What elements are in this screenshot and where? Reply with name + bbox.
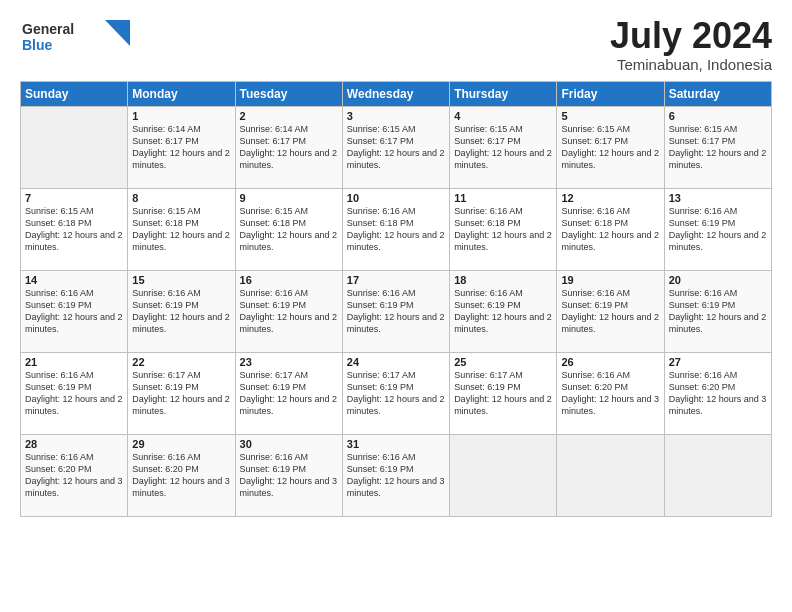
sunrise-text: Sunrise: 6:16 AM (132, 452, 201, 462)
daylight-text: Daylight: 12 hours and 2 minutes. (669, 312, 767, 334)
day-cell: 13 Sunrise: 6:16 AM Sunset: 6:19 PM Dayl… (664, 188, 771, 270)
cell-info: Sunrise: 6:16 AM Sunset: 6:19 PM Dayligh… (25, 287, 123, 336)
sunset-text: Sunset: 6:19 PM (240, 382, 307, 392)
cell-info: Sunrise: 6:16 AM Sunset: 6:19 PM Dayligh… (454, 287, 552, 336)
cell-info: Sunrise: 6:16 AM Sunset: 6:19 PM Dayligh… (240, 451, 338, 500)
daylight-text: Daylight: 12 hours and 2 minutes. (25, 230, 123, 252)
daylight-text: Daylight: 12 hours and 2 minutes. (132, 394, 230, 416)
day-number: 14 (25, 274, 123, 286)
daylight-text: Daylight: 12 hours and 2 minutes. (347, 148, 445, 170)
day-cell: 14 Sunrise: 6:16 AM Sunset: 6:19 PM Dayl… (21, 270, 128, 352)
daylight-text: Daylight: 12 hours and 2 minutes. (561, 230, 659, 252)
cell-info: Sunrise: 6:16 AM Sunset: 6:18 PM Dayligh… (561, 205, 659, 254)
day-cell: 28 Sunrise: 6:16 AM Sunset: 6:20 PM Dayl… (21, 434, 128, 516)
cell-info: Sunrise: 6:14 AM Sunset: 6:17 PM Dayligh… (132, 123, 230, 172)
sunset-text: Sunset: 6:19 PM (132, 300, 199, 310)
cell-info: Sunrise: 6:16 AM Sunset: 6:19 PM Dayligh… (669, 287, 767, 336)
day-number: 16 (240, 274, 338, 286)
sunrise-text: Sunrise: 6:16 AM (454, 288, 523, 298)
sunset-text: Sunset: 6:19 PM (240, 464, 307, 474)
sunset-text: Sunset: 6:19 PM (347, 464, 414, 474)
day-number: 30 (240, 438, 338, 450)
day-cell: 21 Sunrise: 6:16 AM Sunset: 6:19 PM Dayl… (21, 352, 128, 434)
daylight-text: Daylight: 12 hours and 2 minutes. (240, 148, 338, 170)
sunset-text: Sunset: 6:19 PM (25, 382, 92, 392)
sunrise-text: Sunrise: 6:16 AM (561, 370, 630, 380)
day-cell: 31 Sunrise: 6:16 AM Sunset: 6:19 PM Dayl… (342, 434, 449, 516)
sunset-text: Sunset: 6:17 PM (347, 136, 414, 146)
cell-info: Sunrise: 6:17 AM Sunset: 6:19 PM Dayligh… (347, 369, 445, 418)
sunrise-text: Sunrise: 6:17 AM (240, 370, 309, 380)
sunrise-text: Sunrise: 6:16 AM (347, 452, 416, 462)
cell-info: Sunrise: 6:15 AM Sunset: 6:18 PM Dayligh… (25, 205, 123, 254)
daylight-text: Daylight: 12 hours and 2 minutes. (132, 230, 230, 252)
sunset-text: Sunset: 6:17 PM (561, 136, 628, 146)
sunrise-text: Sunrise: 6:15 AM (132, 206, 201, 216)
logo: General Blue (20, 16, 130, 58)
month-title: July 2024 (610, 16, 772, 56)
sunrise-text: Sunrise: 6:16 AM (240, 288, 309, 298)
sunset-text: Sunset: 6:20 PM (669, 382, 736, 392)
cell-info: Sunrise: 6:15 AM Sunset: 6:18 PM Dayligh… (240, 205, 338, 254)
sunrise-text: Sunrise: 6:16 AM (561, 288, 630, 298)
day-cell: 2 Sunrise: 6:14 AM Sunset: 6:17 PM Dayli… (235, 106, 342, 188)
sunrise-text: Sunrise: 6:16 AM (132, 288, 201, 298)
sunset-text: Sunset: 6:20 PM (132, 464, 199, 474)
col-tuesday: Tuesday (235, 81, 342, 106)
daylight-text: Daylight: 12 hours and 2 minutes. (240, 394, 338, 416)
day-number: 4 (454, 110, 552, 122)
day-number: 27 (669, 356, 767, 368)
cell-info: Sunrise: 6:16 AM Sunset: 6:19 PM Dayligh… (240, 287, 338, 336)
day-cell: 11 Sunrise: 6:16 AM Sunset: 6:18 PM Dayl… (450, 188, 557, 270)
day-cell: 26 Sunrise: 6:16 AM Sunset: 6:20 PM Dayl… (557, 352, 664, 434)
cell-info: Sunrise: 6:16 AM Sunset: 6:18 PM Dayligh… (454, 205, 552, 254)
cell-info: Sunrise: 6:14 AM Sunset: 6:17 PM Dayligh… (240, 123, 338, 172)
sunset-text: Sunset: 6:19 PM (669, 300, 736, 310)
sunrise-text: Sunrise: 6:16 AM (25, 370, 94, 380)
day-number: 24 (347, 356, 445, 368)
day-number: 1 (132, 110, 230, 122)
sunset-text: Sunset: 6:19 PM (132, 382, 199, 392)
daylight-text: Daylight: 12 hours and 2 minutes. (240, 312, 338, 334)
daylight-text: Daylight: 12 hours and 3 minutes. (347, 476, 445, 498)
sunrise-text: Sunrise: 6:16 AM (669, 288, 738, 298)
day-number: 7 (25, 192, 123, 204)
day-cell: 18 Sunrise: 6:16 AM Sunset: 6:19 PM Dayl… (450, 270, 557, 352)
title-block: July 2024 Teminabuan, Indonesia (610, 16, 772, 73)
sunrise-text: Sunrise: 6:16 AM (669, 206, 738, 216)
col-friday: Friday (557, 81, 664, 106)
daylight-text: Daylight: 12 hours and 2 minutes. (669, 148, 767, 170)
sunset-text: Sunset: 6:18 PM (561, 218, 628, 228)
svg-marker-0 (105, 20, 130, 46)
sunrise-text: Sunrise: 6:16 AM (347, 288, 416, 298)
cell-info: Sunrise: 6:15 AM Sunset: 6:17 PM Dayligh… (454, 123, 552, 172)
daylight-text: Daylight: 12 hours and 3 minutes. (132, 476, 230, 498)
day-number: 8 (132, 192, 230, 204)
day-number: 19 (561, 274, 659, 286)
sunrise-text: Sunrise: 6:16 AM (669, 370, 738, 380)
day-cell (557, 434, 664, 516)
header: General Blue July 2024 Teminabuan, Indon… (20, 16, 772, 73)
sunset-text: Sunset: 6:18 PM (240, 218, 307, 228)
day-number: 2 (240, 110, 338, 122)
location-title: Teminabuan, Indonesia (610, 56, 772, 73)
sunset-text: Sunset: 6:19 PM (347, 300, 414, 310)
day-cell: 22 Sunrise: 6:17 AM Sunset: 6:19 PM Dayl… (128, 352, 235, 434)
sunrise-text: Sunrise: 6:16 AM (25, 288, 94, 298)
cell-info: Sunrise: 6:16 AM Sunset: 6:18 PM Dayligh… (347, 205, 445, 254)
sunrise-text: Sunrise: 6:17 AM (132, 370, 201, 380)
cell-info: Sunrise: 6:16 AM Sunset: 6:19 PM Dayligh… (669, 205, 767, 254)
sunrise-text: Sunrise: 6:15 AM (561, 124, 630, 134)
day-cell: 5 Sunrise: 6:15 AM Sunset: 6:17 PM Dayli… (557, 106, 664, 188)
daylight-text: Daylight: 12 hours and 2 minutes. (25, 394, 123, 416)
day-cell: 17 Sunrise: 6:16 AM Sunset: 6:19 PM Dayl… (342, 270, 449, 352)
day-number: 17 (347, 274, 445, 286)
day-number: 28 (25, 438, 123, 450)
cell-info: Sunrise: 6:16 AM Sunset: 6:19 PM Dayligh… (347, 451, 445, 500)
daylight-text: Daylight: 12 hours and 2 minutes. (347, 394, 445, 416)
day-number: 29 (132, 438, 230, 450)
logo-general: General Blue (20, 16, 130, 58)
sunrise-text: Sunrise: 6:14 AM (240, 124, 309, 134)
sunrise-text: Sunrise: 6:16 AM (25, 452, 94, 462)
day-cell: 7 Sunrise: 6:15 AM Sunset: 6:18 PM Dayli… (21, 188, 128, 270)
